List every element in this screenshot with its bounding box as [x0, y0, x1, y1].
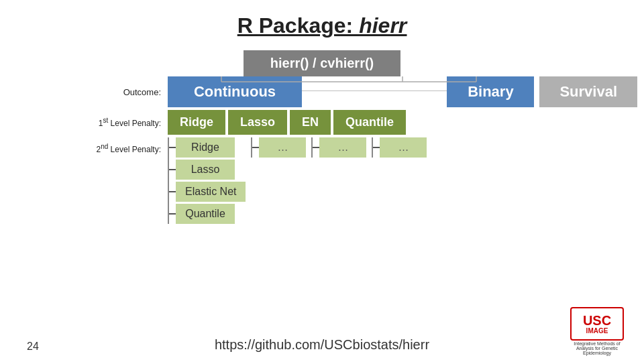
box-l2-quantile-dots: … [380, 137, 427, 158]
box-l2-en-dots: … [319, 137, 366, 158]
level2-ridge-item: Ridge [169, 137, 246, 158]
usc-subtext: Integrative Methods of Analysis for Gene… [570, 341, 624, 355]
page-title: R Package: hierr [27, 13, 617, 38]
level2-lasso-item: Lasso [169, 160, 246, 180]
box-l1-ridge: Ridge [168, 110, 225, 135]
level2-lasso-col: … [251, 137, 306, 158]
box-l1-lasso: Lasso [228, 110, 287, 135]
footer-link: https://github.com/USCbiostats/hierr [215, 337, 429, 353]
box-l1-en: EN [290, 110, 331, 135]
level1-boxes: Ridge Lasso EN Quantile [168, 110, 637, 135]
footer: https://github.com/USCbiostats/hierr [0, 337, 644, 353]
level2-content: Ridge Lasso Elastic Net [168, 137, 637, 224]
box-l2-lasso-dots: … [259, 137, 306, 158]
slide: R Package: hierr hierr() / cvhierr() Out… [0, 0, 644, 362]
level2-ridge-col: Ridge Lasso Elastic Net [168, 137, 246, 224]
level2-quantile-col: … [372, 137, 427, 158]
box-l2-ridge: Ridge [176, 137, 235, 158]
level2-row: 2nd Level Penalty: Ridge Lasso [87, 137, 637, 224]
box-continuous: Continuous [168, 76, 302, 107]
outcome-boxes: Continuous Binary Survival [168, 76, 637, 107]
box-l2-en: Elastic Net [176, 182, 246, 202]
outcome-row: Outcome: Continuous Binary [87, 76, 637, 107]
title-italic: hierr [359, 13, 407, 38]
hierarchy-diagram: hierr() / cvhierr() Outcome: [27, 50, 617, 224]
box-l1-quantile: Quantile [333, 110, 406, 135]
level2-en-item: Elastic Net [169, 182, 246, 202]
box-survival: Survival [539, 76, 637, 107]
outcome-label: Outcome: [87, 76, 168, 107]
box-binary: Binary [447, 76, 534, 107]
level2-quantile-item: Quantile [169, 204, 246, 224]
box-l2-lasso: Lasso [176, 160, 235, 180]
title-prefix: R Package: [237, 13, 359, 38]
usc-badge: USC IMAGE [570, 307, 624, 341]
top-box: hierr() / cvhierr() [244, 50, 400, 76]
level1-row: 1st Level Penalty: Ridge Lasso EN Quanti… [87, 110, 637, 135]
usc-image-text: IMAGE [586, 327, 608, 335]
top-box-label: hierr() / cvhierr() [270, 56, 374, 70]
level1-label: 1st Level Penalty: [87, 110, 168, 135]
usc-logo: USC IMAGE Integrative Methods of Analysi… [570, 307, 624, 355]
level2-en-col: … [311, 137, 366, 158]
box-l2-quantile: Quantile [176, 204, 235, 224]
level2-label: 2nd Level Penalty: [87, 137, 168, 224]
usc-top-text: USC [583, 314, 611, 327]
